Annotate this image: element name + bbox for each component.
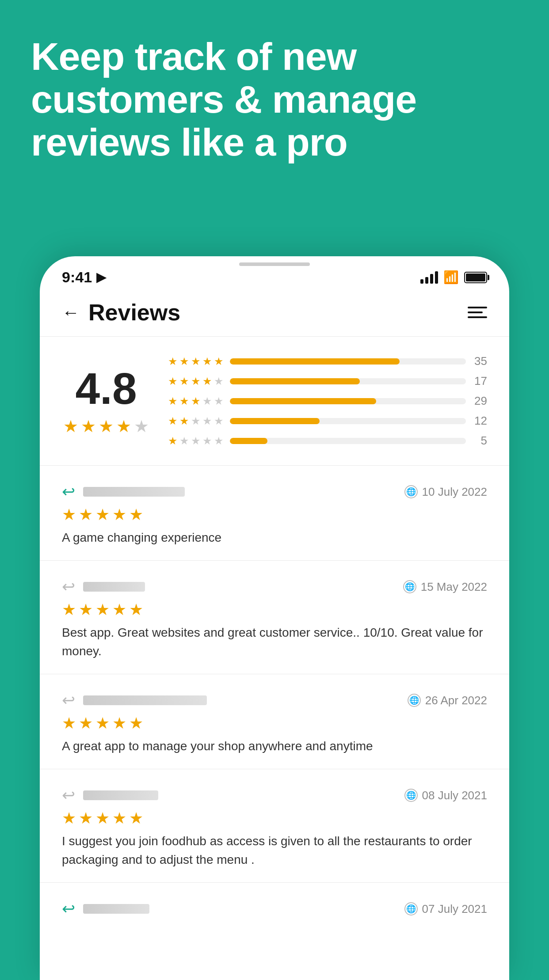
bar-count-3: 29 (472, 394, 487, 408)
bar-fill-5 (230, 358, 400, 365)
status-bar: 9:41 ▶ 📶 (40, 256, 509, 290)
bar-row-4: ★★★★★ 17 (168, 374, 487, 388)
bar-track-1 (230, 438, 466, 444)
review-card-2: ↩ 🌐 15 May 2022 ★★★★★ Best app. Great we… (40, 561, 509, 674)
bar-fill-2 (230, 418, 320, 424)
bar-stars-3: ★★★★★ (168, 395, 224, 407)
menu-button[interactable] (468, 307, 487, 318)
battery-icon (464, 272, 487, 283)
review-stars-4: ★★★★★ (62, 809, 487, 828)
bar-stars-1: ★★★★★ (168, 435, 224, 447)
back-button[interactable]: ← (62, 303, 80, 323)
review-left-5: ↩ (62, 900, 149, 918)
bar-fill-1 (230, 438, 267, 444)
review-header-2: ↩ 🌐 15 May 2022 (62, 577, 487, 596)
globe-icon-4: 🌐 (404, 789, 418, 802)
status-time: 9:41 (62, 269, 92, 286)
bar-count-1: 5 (472, 434, 487, 448)
reviewer-name-5 (83, 904, 149, 914)
replied-icon-1: ↩ (62, 482, 75, 501)
review-date-4: 🌐 08 July 2021 (404, 789, 487, 802)
review-text-2: Best app. Great websites and great custo… (62, 623, 487, 661)
wifi-icon: 📶 (443, 270, 459, 285)
rating-bars: ★★★★★ 35 ★★★★★ 17 ★★★★★ (168, 354, 487, 448)
star-5: ★ (134, 417, 149, 436)
bar-stars-5: ★★★★★ (168, 355, 224, 368)
globe-icon-1: 🌐 (404, 485, 418, 498)
rating-score-block: 4.8 ★ ★ ★ ★ ★ (62, 354, 150, 448)
globe-icon-5: 🌐 (404, 902, 418, 915)
bar-track-5 (230, 358, 466, 365)
review-stars-3: ★★★★★ (62, 714, 487, 733)
bar-stars-4: ★★★★★ (168, 375, 224, 387)
review-left-1: ↩ (62, 482, 185, 501)
globe-icon-2: 🌐 (403, 580, 416, 593)
replied-icon-5: ↩ (62, 900, 75, 918)
bar-track-4 (230, 378, 466, 384)
star-3: ★ (99, 417, 114, 436)
review-header-4: ↩ 🌐 08 July 2021 (62, 786, 487, 805)
rating-number: 4.8 (75, 366, 137, 410)
review-stars-2: ★★★★★ (62, 600, 487, 619)
bar-fill-4 (230, 378, 360, 384)
review-card-4: ↩ 🌐 08 July 2021 ★★★★★ I suggest you joi… (40, 769, 509, 883)
review-text-1: A game changing experience (62, 528, 487, 547)
replied-icon-2: ↩ (62, 577, 75, 596)
replied-icon-3: ↩ (62, 691, 75, 710)
reviewer-name-2 (83, 582, 145, 592)
review-card-5: ↩ 🌐 07 July 2021 (40, 883, 509, 936)
bar-row-3: ★★★★★ 29 (168, 394, 487, 408)
star-4: ★ (116, 417, 131, 436)
review-card-3: ↩ 🌐 26 Apr 2022 ★★★★★ A great app to man… (40, 674, 509, 769)
review-stars-1: ★★★★★ (62, 505, 487, 524)
review-text-4: I suggest you join foodhub as access is … (62, 832, 487, 869)
nav-left: ← Reviews (62, 299, 180, 326)
review-card-1: ↩ 🌐 10 July 2022 ★★★★★ A game changing e… (40, 466, 509, 561)
bar-row-1: ★★★★★ 5 (168, 434, 487, 448)
review-header-5: ↩ 🌐 07 July 2021 (62, 900, 487, 918)
signal-icon (420, 271, 438, 284)
review-date-1: 🌐 10 July 2022 (404, 485, 487, 499)
bar-row-2: ★★★★★ 12 (168, 414, 487, 428)
phone-mockup: 9:41 ▶ 📶 ← Reviews 4.8 ★ ★ (40, 256, 509, 980)
hero-text: Keep track of new customers & manage rev… (31, 35, 518, 163)
review-header-3: ↩ 🌐 26 Apr 2022 (62, 691, 487, 710)
review-text-3: A great app to manage your shop anywhere… (62, 737, 487, 756)
review-date-2: 🌐 15 May 2022 (403, 580, 487, 594)
globe-icon-3: 🌐 (408, 694, 421, 707)
page-title: Reviews (88, 299, 180, 326)
bar-count-5: 35 (472, 354, 487, 368)
review-date-text-2: 15 May 2022 (421, 580, 487, 594)
bar-track-3 (230, 398, 466, 404)
rating-section: 4.8 ★ ★ ★ ★ ★ ★★★★★ 35 (40, 337, 509, 465)
nav-bar: ← Reviews (40, 290, 509, 336)
review-date-text-1: 10 July 2022 (422, 485, 487, 499)
star-2: ★ (81, 417, 96, 436)
reviewer-name-1 (83, 487, 185, 497)
bar-count-2: 12 (472, 414, 487, 428)
review-date-text-3: 26 Apr 2022 (425, 694, 487, 707)
replied-icon-4: ↩ (62, 786, 75, 805)
bar-row-5: ★★★★★ 35 (168, 354, 487, 368)
review-date-text-4: 08 July 2021 (422, 789, 487, 802)
reviewer-name-4 (83, 790, 158, 800)
review-date-5: 🌐 07 July 2021 (404, 902, 487, 916)
reviewer-name-3 (83, 695, 207, 705)
review-date-3: 🌐 26 Apr 2022 (408, 694, 487, 707)
review-left-3: ↩ (62, 691, 207, 710)
review-header-1: ↩ 🌐 10 July 2022 (62, 482, 487, 501)
review-left-4: ↩ (62, 786, 158, 805)
status-icons: 📶 (420, 270, 487, 285)
bar-count-4: 17 (472, 374, 487, 388)
rating-stars: ★ ★ ★ ★ ★ (63, 417, 149, 436)
star-1: ★ (63, 417, 78, 436)
bar-track-2 (230, 418, 466, 424)
bar-fill-3 (230, 398, 376, 404)
bar-stars-2: ★★★★★ (168, 415, 224, 427)
review-date-text-5: 07 July 2021 (422, 902, 487, 916)
location-icon: ▶ (96, 270, 106, 285)
review-left-2: ↩ (62, 577, 145, 596)
phone-notch (239, 262, 310, 266)
